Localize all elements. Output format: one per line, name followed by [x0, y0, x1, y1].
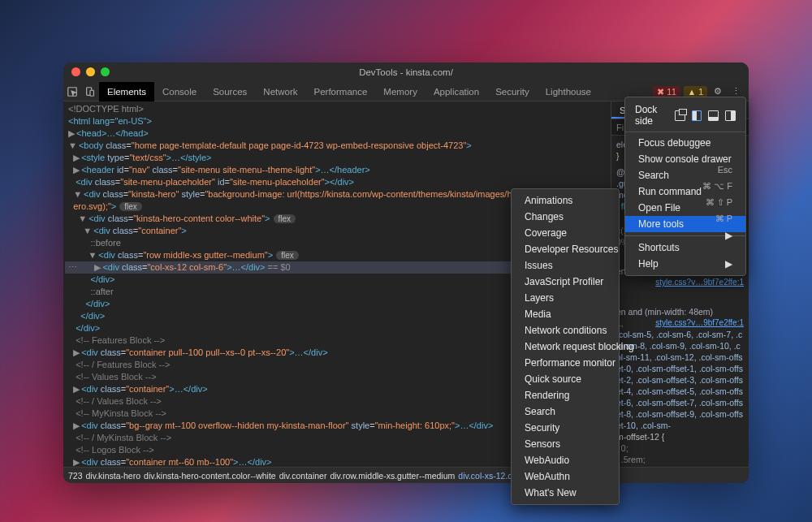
dock-right-icon[interactable]	[725, 110, 736, 121]
menu-kebab-icon[interactable]: ⋮	[728, 86, 744, 97]
menu-item[interactable]: What's New	[512, 485, 619, 501]
dock-side-row: Dock side	[625, 101, 745, 132]
zoom-icon[interactable]	[101, 67, 110, 76]
inspect-icon[interactable]	[63, 86, 81, 97]
menu-item[interactable]: WebAuthn	[512, 468, 619, 485]
close-icon[interactable]	[71, 67, 80, 76]
tab-memory[interactable]: Memory	[375, 82, 425, 101]
titlebar: DevTools - kinsta.com/	[63, 63, 749, 82]
menu-item[interactable]: Shortcuts	[625, 239, 745, 256]
menu-item[interactable]: Security	[512, 420, 619, 436]
menu-item[interactable]: Help▶	[625, 256, 745, 272]
settings-gear-icon[interactable]: ⚙	[710, 86, 725, 97]
main-menu: Dock side Focus debuggeeShow console dra…	[624, 97, 746, 276]
minimize-icon[interactable]	[86, 67, 95, 76]
window-title: DevTools - kinsta.com/	[359, 67, 453, 77]
dock-left-icon[interactable]	[692, 110, 702, 121]
stylesheet-link[interactable]: style.css?v…9bf7e2ffe:1	[655, 277, 744, 288]
menu-item[interactable]: Issues	[512, 257, 619, 274]
menu-item[interactable]: Show console drawerEsc	[625, 151, 745, 167]
dock-undock-icon[interactable]	[675, 110, 685, 121]
dock-bottom-icon[interactable]	[708, 110, 719, 121]
tab-application[interactable]: Application	[425, 82, 487, 101]
menu-item[interactable]: Coverage	[512, 225, 619, 241]
tab-lighthouse[interactable]: Lighthouse	[538, 82, 599, 101]
window-controls	[71, 67, 110, 76]
menu-item[interactable]: Rendering	[512, 387, 619, 403]
breadcrumb[interactable]: 723 div.kinsta-hero div.kinsta-hero-cont…	[63, 467, 749, 483]
tab-elements[interactable]: Elements	[99, 82, 154, 101]
warnings-badge[interactable]: ▲ 1	[684, 86, 707, 97]
menu-item[interactable]: Focus debuggee	[625, 135, 745, 151]
errors-badge[interactable]: ✖ 11	[653, 86, 680, 97]
tab-network[interactable]: Network	[255, 82, 305, 101]
menu-item[interactable]: Layers	[512, 290, 619, 306]
menu-item[interactable]: Animations	[512, 192, 619, 209]
menu-item[interactable]: Changes	[512, 209, 619, 225]
menu-item[interactable]: Sensors	[512, 436, 619, 452]
tab-sources[interactable]: Sources	[205, 82, 255, 101]
device-toggle-icon[interactable]	[81, 86, 99, 97]
menu-item[interactable]: Network request blocking	[512, 339, 619, 355]
svg-rect-2	[90, 90, 93, 96]
tab-performance[interactable]: Performance	[306, 82, 376, 101]
menu-item[interactable]: Developer Resources	[512, 241, 619, 257]
menu-item[interactable]: Quick source	[512, 371, 619, 387]
menu-item[interactable]: JavaScript Profiler	[512, 274, 619, 290]
menu-item[interactable]: Performance monitor	[512, 355, 619, 371]
menu-item[interactable]: Search	[512, 403, 619, 420]
tab-security[interactable]: Security	[487, 82, 538, 101]
tab-console[interactable]: Console	[154, 82, 205, 101]
more-tools-submenu: AnimationsChangesCoverageDeveloper Resou…	[511, 188, 620, 505]
menu-item[interactable]: Network conditions	[512, 322, 619, 339]
menu-item[interactable]: WebAudio	[512, 452, 619, 468]
menu-item[interactable]: Media	[512, 306, 619, 322]
